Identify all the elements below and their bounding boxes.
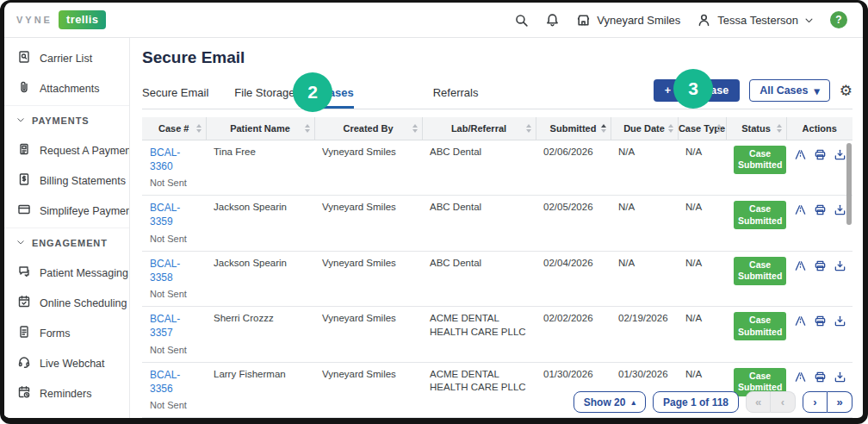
case-sub-status: Not Sent <box>150 288 199 301</box>
sidebar-section-engagement[interactable]: ENGAGEMENT <box>4 228 129 258</box>
sidebar-item-attachments[interactable]: Attachments <box>4 73 129 103</box>
download-case-icon[interactable] <box>834 203 846 221</box>
column-header-submitted[interactable]: Submitted <box>536 117 611 140</box>
previous-page-button[interactable]: ‹ <box>771 391 796 413</box>
help-button[interactable]: ? <box>830 11 847 28</box>
status-cell: Case Submitted <box>726 251 786 307</box>
tab-referrals[interactable]: Referrals <box>433 86 479 109</box>
print-case-icon[interactable] <box>814 315 827 332</box>
table-row[interactable]: BCAL-3360 Not Sent Tina Free Vyneyard Sm… <box>142 140 852 196</box>
sidebar-item-carrier-list[interactable]: Carrier List <box>4 43 129 73</box>
tab-secure-email[interactable]: Secure Email <box>142 86 208 109</box>
case-number-link[interactable]: BCAL-3357 <box>150 312 199 340</box>
patient-name-cell: Tina Free <box>206 140 314 196</box>
print-case-icon[interactable] <box>814 148 827 165</box>
next-page-button[interactable]: › <box>803 391 828 413</box>
sort-icon <box>412 124 418 133</box>
patient-name-cell: Jackson Spearin <box>206 196 314 252</box>
download-case-icon[interactable] <box>834 371 846 388</box>
table-settings-gear-icon[interactable]: ⚙ <box>840 84 852 98</box>
notifications-bell-icon[interactable] <box>545 13 560 28</box>
sidebar-item-reminders[interactable]: Reminders <box>4 378 129 408</box>
sidebar-item-online-scheduling[interactable]: Online Scheduling <box>4 288 129 318</box>
tabs-row: Secure Email File Storage Cases Referral… <box>142 79 852 109</box>
tab-file-storage[interactable]: File Storage <box>234 86 294 109</box>
lab-referral-cell: ABC Dental <box>422 196 536 252</box>
sidebar-section-label: PAYMENTS <box>32 115 90 126</box>
column-header-lab-referral[interactable]: Lab/Referral <box>422 117 536 140</box>
search-icon[interactable] <box>514 13 529 28</box>
download-case-icon[interactable] <box>834 259 846 277</box>
sidebar-item-patient-messaging[interactable]: Patient Messaging <box>4 258 129 288</box>
column-header-case-number[interactable]: Case # <box>142 117 206 140</box>
sidebar-item-campaigns[interactable]: Campaigns <box>4 408 129 418</box>
created-by-cell: Vyneyard Smiles <box>314 362 422 418</box>
sidebar-item-forms[interactable]: Forms <box>4 318 129 348</box>
view-case-icon[interactable] <box>794 371 807 388</box>
app-window: VYNE trellis Vyneyard Smiles Tessa Teste… <box>0 0 868 424</box>
sort-icon <box>305 124 310 133</box>
table-scrollbar-thumb[interactable] <box>846 143 852 225</box>
case-type-cell: N/A <box>678 196 726 252</box>
case-number-link[interactable]: BCAL-3358 <box>150 257 199 284</box>
sidebar-item-request-a-payment[interactable]: Request A Payment <box>4 135 129 165</box>
user-menu[interactable]: Tessa Testerson <box>697 13 814 28</box>
submitted-cell: 02/02/2026 <box>536 307 611 363</box>
case-number-link[interactable]: BCAL-3360 <box>150 146 199 173</box>
calendar-clock-icon <box>17 385 31 402</box>
column-header-due-date[interactable]: Due Date <box>611 117 678 140</box>
column-header-patient-name[interactable]: Patient Name <box>206 117 314 140</box>
table-row[interactable]: BCAL-3355 Not Sent Sherri Crozzz Vyneyar… <box>142 418 852 424</box>
case-number-link[interactable]: BCAL-3359 <box>150 201 199 228</box>
sort-icon <box>716 124 722 133</box>
vyne-trellis-logo: VYNE trellis <box>16 10 106 29</box>
sidebar: Carrier List Attachments PAYMENTS Reques… <box>4 38 130 418</box>
status-cell: Case Submitted <box>726 307 786 363</box>
view-case-icon[interactable] <box>794 315 807 332</box>
sidebar-item-live-webchat[interactable]: Live Webchat <box>4 348 129 378</box>
created-by-cell: Vyneyard Smiles <box>314 418 422 424</box>
paperclip-icon <box>17 80 31 97</box>
table-row[interactable]: BCAL-3359 Not Sent Jackson Spearin Vyney… <box>142 196 852 252</box>
sidebar-item-label: Campaigns <box>40 418 94 419</box>
trellis-logo-badge: trellis <box>59 10 106 29</box>
view-case-icon[interactable] <box>794 259 807 277</box>
column-header-status[interactable]: Status <box>726 117 786 140</box>
download-case-icon[interactable] <box>834 148 846 165</box>
table-row[interactable]: BCAL-3358 Not Sent Jackson Spearin Vyney… <box>142 251 852 307</box>
view-case-icon[interactable] <box>794 148 807 165</box>
case-number-link[interactable]: BCAL-3356 <box>150 368 199 396</box>
case-type-cell: N/A <box>678 418 726 424</box>
view-case-icon[interactable] <box>794 203 807 221</box>
sidebar-item-label: Billing Statements <box>40 175 126 187</box>
lab-referral-cell: ABC Dental <box>422 140 536 196</box>
pagination: Show 20 ▴ Page 1 of 118 « ‹ › » <box>574 391 852 413</box>
download-case-icon[interactable] <box>834 315 846 332</box>
chat-bubbles-icon <box>17 265 31 281</box>
plus-icon: + <box>665 84 671 97</box>
table-row[interactable]: BCAL-3357 Not Sent Sherri Crozzz Vyneyar… <box>142 307 852 363</box>
all-cases-filter-button[interactable]: All Cases ▾ <box>749 79 830 102</box>
caret-down-icon: ▾ <box>814 84 819 97</box>
print-case-icon[interactable] <box>814 259 827 277</box>
last-page-button[interactable]: » <box>828 391 852 413</box>
practice-selector[interactable]: Vyneyard Smiles <box>576 13 680 28</box>
sidebar-item-billing-statements[interactable]: Billing Statements <box>4 165 129 196</box>
sidebar-item-label: Attachments <box>40 83 99 95</box>
first-page-button[interactable]: « <box>746 391 771 413</box>
sidebar-section-payments[interactable]: PAYMENTS <box>4 105 129 135</box>
page-size-button[interactable]: Show 20 ▴ <box>574 391 646 413</box>
created-by-cell: Vyneyard Smiles <box>314 307 422 363</box>
print-case-icon[interactable] <box>814 371 827 388</box>
lab-referral-cell: ABC Dental <box>422 251 536 307</box>
print-case-icon[interactable] <box>814 203 827 221</box>
column-header-case-type[interactable]: Case Type <box>678 117 726 140</box>
annotation-step-2: 2 <box>293 72 332 112</box>
headset-icon <box>17 355 31 371</box>
lab-referral-cell: ACME DENTAL HEALTH CARE PLLC <box>422 307 536 363</box>
all-cases-label: All Cases <box>760 84 808 97</box>
sidebar-item-simplifeye-payments[interactable]: Simplifeye Payments <box>4 196 129 226</box>
page-indicator-button[interactable]: Page 1 of 118 <box>653 391 739 413</box>
chevron-down-icon <box>804 16 814 25</box>
column-header-created-by[interactable]: Created By <box>314 117 422 140</box>
